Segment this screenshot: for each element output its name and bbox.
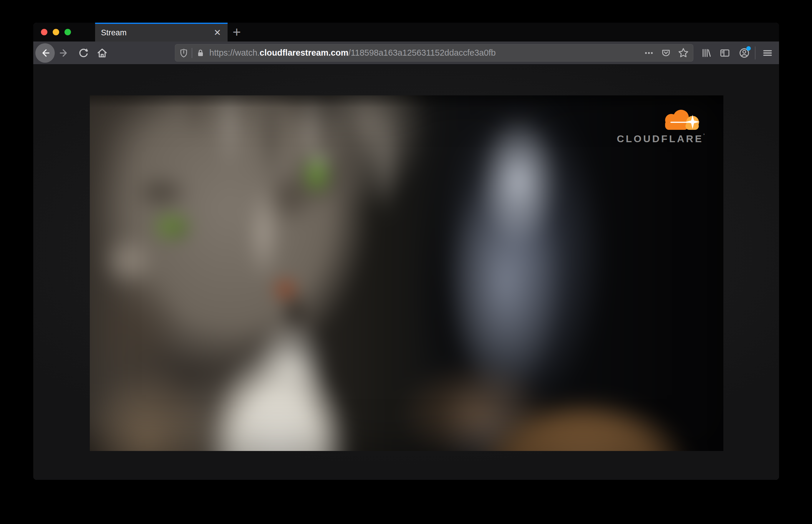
cloudflare-wordmark: CLOUDFLARE' [609, 133, 706, 145]
url-path: /118598a163a125631152ddaccfe3a0fb [348, 48, 496, 58]
close-window-button[interactable] [41, 29, 47, 35]
menu-button[interactable] [761, 42, 775, 64]
home-button[interactable] [96, 42, 109, 64]
window-controls [33, 23, 95, 42]
zoom-window-button[interactable] [64, 29, 71, 35]
pocket-icon[interactable] [660, 47, 672, 59]
url-host: cloudflarestream.com [260, 48, 348, 58]
reload-button[interactable] [77, 42, 90, 64]
forward-icon [59, 47, 70, 59]
hamburger-menu-icon [762, 48, 773, 58]
sidebar-button[interactable] [718, 42, 731, 64]
cloudflare-logo-icon [658, 108, 704, 132]
urlbar-separator [192, 48, 192, 58]
reload-icon [78, 47, 89, 59]
video-player[interactable]: CLOUDFLARE' [90, 95, 724, 451]
new-tab-button[interactable]: + [228, 23, 246, 42]
url-text[interactable]: https://watch.cloudflarestream.com/11859… [209, 48, 643, 58]
page-content: CLOUDFLARE' [33, 65, 779, 480]
back-icon [35, 43, 55, 63]
trademark-glyph: ' [703, 133, 706, 138]
account-button[interactable] [737, 42, 751, 64]
sidebar-icon [719, 47, 731, 59]
address-bar[interactable]: https://watch.cloudflarestream.com/11859… [175, 44, 693, 62]
minimize-window-button[interactable] [53, 29, 59, 35]
tab-stream[interactable]: Stream ✕ [95, 23, 228, 42]
https-lock-icon[interactable] [196, 48, 205, 58]
tab-title: Stream [101, 28, 214, 37]
library-icon [700, 47, 712, 59]
navigation-toolbar: https://watch.cloudflarestream.com/11859… [33, 42, 779, 65]
forward-button[interactable] [58, 42, 71, 64]
page-actions [643, 47, 689, 59]
browser-window: Stream ✕ + [33, 23, 779, 480]
account-notification-dot [746, 46, 751, 51]
bookmark-star-icon[interactable] [677, 47, 689, 59]
video-frame-blurred-cat [90, 95, 724, 451]
cloudflare-watermark: CLOUDFLARE' [609, 108, 706, 145]
tab-close-icon[interactable]: ✕ [214, 28, 221, 37]
url-prefix: https://watch. [209, 48, 260, 58]
back-button[interactable] [35, 42, 55, 64]
tracking-protection-shield-icon[interactable] [179, 48, 189, 58]
home-icon [96, 47, 108, 59]
page-actions-ellipsis-icon[interactable] [643, 47, 655, 59]
library-button[interactable] [700, 42, 713, 64]
tab-bar: Stream ✕ + [33, 23, 779, 42]
toolbar-separator [755, 47, 756, 60]
